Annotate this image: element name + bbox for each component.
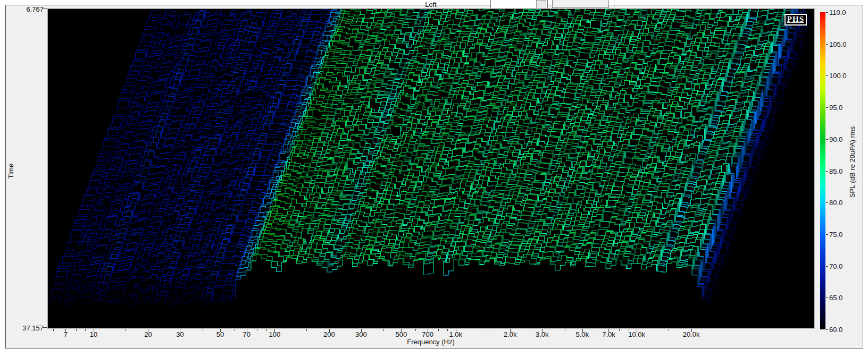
x-tick-label: 10 <box>90 330 97 338</box>
colorbar-tick-label: 65.0 <box>829 294 852 302</box>
colorbar-tick <box>826 44 828 45</box>
x-tick-label: 70 <box>243 330 250 338</box>
x-tick <box>126 329 126 331</box>
x-tick-label: 30 <box>176 330 183 338</box>
colorbar-tick <box>826 266 828 267</box>
x-tick <box>76 329 77 331</box>
x-tick-label: 7.0k <box>602 330 615 338</box>
x-tick-label: 5.0k <box>575 330 589 338</box>
colorbar-tick <box>826 139 828 140</box>
time-axis-tick <box>43 8 47 9</box>
x-tick-label: 100 <box>269 330 281 338</box>
x-tick-label: 300 <box>355 330 367 338</box>
colorbar-tick-label: 75.0 <box>829 231 852 239</box>
colorbar-tick <box>826 12 828 13</box>
x-tick <box>203 329 203 331</box>
x-tick-label: 3.0k <box>536 330 549 338</box>
x-tick <box>597 329 597 331</box>
top-divider <box>614 0 614 8</box>
colorbar-tick-label: 80.0 <box>829 199 852 207</box>
dropdown-button-cutoff[interactable] <box>536 0 546 8</box>
x-tick-label: 1.0k <box>449 330 463 338</box>
x-tick <box>257 329 257 331</box>
x-tick-label: 10.0k <box>628 330 645 338</box>
colorbar-tick <box>826 329 828 330</box>
x-tick-label: 20.0k <box>683 330 700 338</box>
colorbar-tick <box>826 202 828 203</box>
time-axis-tick <box>43 327 47 328</box>
colorbar-tick <box>826 171 828 172</box>
x-tick <box>629 329 629 331</box>
x-tick-label: 700 <box>422 330 433 338</box>
x-tick <box>235 329 235 331</box>
colorbar-tick <box>826 234 828 235</box>
top-control-cutoff[interactable] <box>552 0 609 8</box>
colorbar-tick-label: 100.0 <box>829 72 852 80</box>
colorbar-tick-label: 60.0 <box>829 326 852 334</box>
colorbar-tick-label: 110.0 <box>829 8 852 16</box>
x-tick <box>53 329 54 331</box>
waterfall-plot-area[interactable]: PHS <box>47 8 815 329</box>
x-tick <box>266 329 267 331</box>
x-tick <box>565 329 565 331</box>
x-tick-label: 50 <box>216 330 224 338</box>
x-tick <box>619 329 620 331</box>
x-tick <box>415 329 416 331</box>
time-axis-top-value: 6.767 <box>14 5 44 13</box>
x-tick <box>447 329 448 331</box>
colorbar-tick-label: 70.0 <box>829 262 852 270</box>
x-tick-label: 2.0k <box>504 330 517 338</box>
phs-overlay-badge[interactable]: PHS <box>784 14 807 26</box>
colorbar-tick <box>826 75 828 76</box>
colorbar-tick <box>826 107 828 108</box>
x-tick <box>488 329 488 331</box>
x-tick <box>306 329 307 331</box>
x-tick-label: 200 <box>323 330 335 338</box>
colorbar-axis-label: SPL (dB re 20uPA) rms <box>848 126 856 198</box>
x-tick <box>669 329 669 331</box>
colorbar-tick-label: 95.0 <box>829 104 852 112</box>
colorbar-tick-label: 105.0 <box>829 40 852 48</box>
x-tick <box>383 329 384 331</box>
x-tick-label: 20 <box>144 330 152 338</box>
x-tick-label: 500 <box>395 330 407 338</box>
waterfall-canvas[interactable] <box>48 9 814 328</box>
chart-title: Left <box>394 1 468 8</box>
spl-colorbar <box>820 12 825 329</box>
time-axis-label: Time <box>7 164 15 178</box>
frequency-axis-label: Frequency (Hz) <box>372 338 489 346</box>
x-tick <box>438 329 439 331</box>
time-axis-bottom-value: 37.157 <box>14 324 44 332</box>
x-tick-label: 7 <box>64 330 68 338</box>
colorbar-tick <box>826 298 828 298</box>
x-tick <box>85 329 86 331</box>
